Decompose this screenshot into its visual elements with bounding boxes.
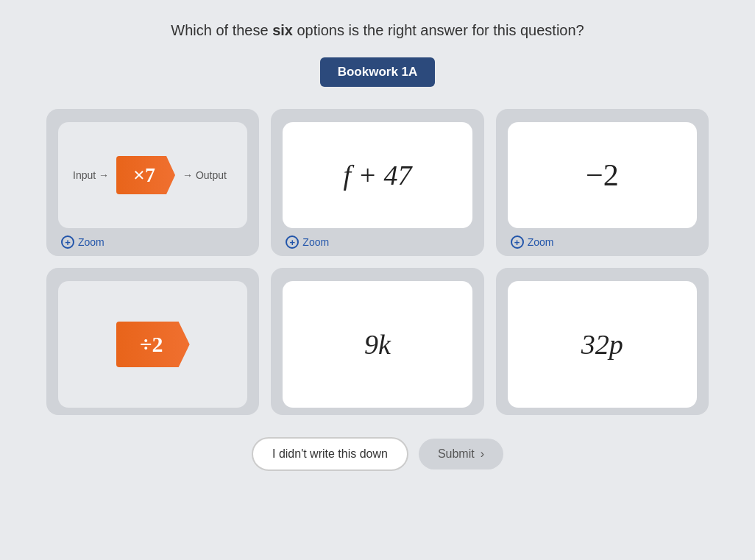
submit-button[interactable]: Submit › bbox=[419, 439, 503, 469]
option-6[interactable]: 32p bbox=[496, 268, 709, 415]
arrow-symbol-4: ÷2 bbox=[140, 332, 163, 357]
submit-chevron-icon: › bbox=[481, 447, 484, 461]
input-label: Input → bbox=[73, 169, 109, 181]
zoom-icon-3: + bbox=[511, 235, 524, 249]
option-4[interactable]: ÷2 bbox=[46, 268, 259, 415]
options-grid: Input → ×7 → Output + Zoom f + 47 + Zoom bbox=[46, 109, 709, 415]
option-5[interactable]: 9k bbox=[271, 268, 483, 415]
output-label: → Output bbox=[182, 169, 227, 181]
question-text: Which of these six options is the right … bbox=[171, 22, 584, 39]
zoom-icon-2: + bbox=[286, 235, 299, 249]
question-prefix: Which of these bbox=[171, 22, 272, 38]
option-2-inner: f + 47 bbox=[283, 122, 472, 228]
option-3-inner: −2 bbox=[508, 122, 697, 228]
arrow-symbol-1: ×7 bbox=[133, 163, 155, 187]
bottom-row: I didn't write this down Submit › bbox=[252, 437, 503, 471]
didnt-write-button[interactable]: I didn't write this down bbox=[252, 437, 408, 471]
input-output-row: Input → ×7 → Output bbox=[70, 156, 235, 194]
math-expression-2: f + 47 bbox=[343, 159, 411, 191]
submit-label: Submit bbox=[438, 447, 475, 461]
zoom-row-1[interactable]: + Zoom bbox=[61, 235, 104, 249]
option-6-inner: 32p bbox=[508, 281, 697, 408]
option-3[interactable]: −2 + Zoom bbox=[496, 109, 709, 256]
question-suffix: options is the right answer for this que… bbox=[293, 22, 584, 38]
question-bold: six bbox=[272, 22, 293, 38]
zoom-label-1: Zoom bbox=[78, 236, 104, 248]
math-expression-6: 32p bbox=[581, 328, 623, 361]
arrow-badge-4: ÷2 bbox=[116, 322, 190, 367]
option-5-inner: 9k bbox=[283, 281, 472, 408]
math-expression-5: 9k bbox=[364, 328, 391, 361]
option-1[interactable]: Input → ×7 → Output + Zoom bbox=[46, 109, 259, 256]
bookwork-badge: Bookwork 1A bbox=[320, 57, 436, 87]
option-2[interactable]: f + 47 + Zoom bbox=[271, 109, 483, 256]
option-1-inner: Input → ×7 → Output bbox=[58, 122, 247, 228]
zoom-row-3[interactable]: + Zoom bbox=[511, 235, 554, 249]
zoom-icon-1: + bbox=[61, 235, 74, 249]
zoom-label-2: Zoom bbox=[302, 236, 329, 248]
option-4-inner: ÷2 bbox=[58, 281, 247, 408]
page-container: Which of these six options is the right … bbox=[46, 22, 709, 471]
math-expression-3: −2 bbox=[586, 157, 619, 193]
zoom-row-2[interactable]: + Zoom bbox=[286, 235, 329, 249]
arrow-badge-1: ×7 bbox=[116, 156, 175, 194]
zoom-label-3: Zoom bbox=[528, 236, 554, 248]
